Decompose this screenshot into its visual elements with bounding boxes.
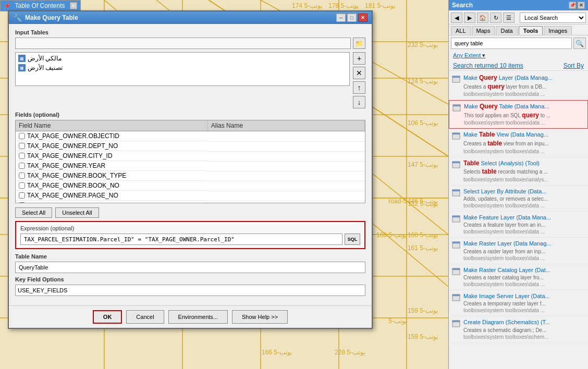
svg-rect-41 (453, 105, 460, 106)
svg-text:يوتب-5 174: يوتب-5 174 (292, 2, 322, 9)
result-icon (452, 75, 460, 83)
field-checkbox[interactable] (19, 202, 25, 203)
home-btn[interactable]: 🏠 (477, 13, 488, 23)
table-row[interactable]: TAX_PAGE_OWNER.BOOK_NO (16, 181, 365, 191)
search-status-link[interactable]: Search returned 10 items (453, 62, 523, 69)
maximize-btn[interactable]: □ (347, 14, 357, 22)
search-input[interactable] (451, 38, 572, 49)
fields-table-wrap[interactable]: Field Name Alias Name TAX_PAGE_OWNER.OBJ… (15, 120, 365, 203)
result-content: Make Image Server Layer (Data... Creates… (463, 292, 585, 314)
svg-rect-49 (452, 162, 460, 163)
svg-text:يوتب-5 181: يوتب-5 181 (365, 2, 395, 9)
search-scope-select[interactable]: Local Search (520, 13, 586, 23)
toc-close-btn[interactable]: ✕ (70, 2, 77, 9)
result-item[interactable]: Table Select (Analysis) (Tool) Selects t… (449, 157, 588, 186)
remove-btn[interactable]: ✕ (353, 67, 365, 79)
result-item[interactable]: Make Query Layer (Data Manag... Creates … (449, 72, 588, 100)
search-go-btn[interactable]: 🔍 (573, 38, 586, 49)
result-icon (452, 319, 460, 328)
result-content: Make Feature Layer (Data Mana... Creates… (463, 214, 585, 235)
svg-text:يوتب-5: يوتب-5 (388, 317, 407, 325)
search-results[interactable]: Make Query Layer (Data Manag... Creates … (449, 71, 588, 369)
tab-images[interactable]: Images (544, 26, 572, 35)
search-panel-title: Search (452, 2, 473, 9)
svg-text:يوتب-5 166: يوتب-5 166 (262, 349, 292, 356)
table-row[interactable]: TAX_PAGE_OWNER.OBJECTID (16, 131, 365, 142)
back-btn[interactable]: ◀ (451, 13, 462, 23)
options-btn[interactable]: ☰ (503, 13, 514, 23)
toc-pin-icon[interactable]: 📌 (4, 3, 10, 9)
result-item[interactable]: Select Layer By Attribute (Data... Adds,… (449, 186, 588, 212)
result-desc: This tool applies an SQL query to ... (464, 112, 584, 120)
refresh-btn[interactable]: ↻ (490, 13, 501, 23)
search-status: Search returned 10 items Sort By (449, 61, 588, 71)
close-icon[interactable]: ✕ (578, 2, 585, 9)
input-tables-row: 📁 (15, 38, 365, 49)
field-checkbox[interactable] (19, 173, 25, 179)
table-row[interactable]: TAX_PAGE_OWNER.YEAR (16, 161, 365, 171)
tab-data[interactable]: Data (496, 26, 517, 35)
result-path: toolboxes\system toolboxes\data ... (463, 203, 585, 209)
result-title: Table Select (Analysis) (Tool) (463, 159, 585, 168)
list-item[interactable]: ▦ تصنيف الأرض (17, 63, 348, 72)
input-tables-combo[interactable] (15, 38, 351, 49)
select-all-btn[interactable]: Select All (15, 207, 52, 218)
table-row[interactable]: TAX_PAGE_OWNER.DEPT_NO (16, 141, 365, 151)
sql-btn[interactable]: SQL (345, 233, 360, 245)
table-row[interactable]: TAX_PAGE_OWNER.OWNER_ID (16, 201, 365, 203)
expression-row: SQL (20, 233, 360, 245)
minimize-btn[interactable]: ─ (336, 14, 346, 22)
result-desc: Adds, updates, or removes a selec... (463, 195, 585, 202)
dialog-footer: OK Cancel Environments... Show Help >> (9, 305, 372, 328)
cancel-btn[interactable]: Cancel (126, 310, 164, 324)
field-name-text: TAX_PAGE_OWNER.DEPT_NO (27, 142, 118, 150)
result-item[interactable]: Create Diagram (Schematics) (T... Create… (449, 316, 588, 342)
result-item[interactable]: Make Table View (Data Manag... Creates a… (449, 129, 588, 157)
table-row[interactable]: TAX_PAGE_OWNER.CITY_ID (16, 151, 365, 161)
tablename-input[interactable] (15, 262, 365, 273)
list-item[interactable]: ▦ مالكي الأرض (17, 54, 348, 63)
field-checkbox[interactable] (19, 133, 25, 139)
tab-tools[interactable]: Tools (519, 26, 543, 35)
table-row[interactable]: TAX_PAGE_OWNER.BOOK_TYPE (16, 171, 365, 181)
result-desc: Creates a raster catalog layer fro... (463, 274, 585, 281)
expression-input[interactable] (20, 233, 342, 245)
environments-btn[interactable]: Environments... (168, 310, 228, 324)
table-row[interactable]: TAX_PAGE_OWNER.PAGE_NO (16, 191, 365, 201)
browse-btn[interactable]: 📁 (353, 38, 365, 49)
keyfield-combo[interactable] (15, 285, 365, 296)
svg-rect-53 (452, 190, 460, 191)
close-btn[interactable]: ✕ (358, 14, 368, 22)
search-extent[interactable]: Any Extent (449, 51, 588, 61)
unselect-all-btn[interactable]: Unselect All (55, 207, 99, 218)
result-item[interactable]: Make Raster Catalog Layer (Dat... Create… (449, 264, 588, 290)
result-content: Make Query Layer (Data Manag... Creates … (463, 74, 585, 97)
move-top-btn[interactable]: ↑ (353, 81, 365, 94)
field-checkbox[interactable] (19, 143, 25, 149)
field-checkbox[interactable] (19, 153, 25, 159)
tab-all[interactable]: ALL (451, 26, 471, 35)
svg-rect-45 (452, 133, 460, 134)
tab-maps[interactable]: Maps (472, 26, 495, 35)
result-path: toolboxes\system toolboxes\data ... (463, 255, 585, 262)
field-checkbox[interactable] (19, 163, 25, 169)
show-help-btn[interactable]: Show Help >> (232, 310, 288, 324)
result-item[interactable]: Make Raster Layer (Data Manag... Creates… (449, 238, 588, 264)
move-down-btn[interactable]: ↓ (353, 96, 365, 108)
result-title: Select Layer By Attribute (Data... (463, 188, 585, 195)
dialog-title: Make Query Table (25, 14, 78, 21)
result-item[interactable]: Make Image Server Layer (Data... Creates… (449, 290, 588, 316)
dialog-tool-icon: 🔧 (13, 14, 22, 22)
field-checkbox[interactable] (19, 182, 25, 189)
svg-text:يوتب-5 228: يوتب-5 228 (335, 349, 365, 356)
result-item[interactable]: Make Query Table (Data Mana... This tool… (449, 100, 588, 129)
ok-btn[interactable]: OK (93, 310, 123, 324)
pin-icon[interactable]: 📌 (569, 2, 576, 9)
result-item[interactable]: Make Feature Layer (Data Mana... Creates… (449, 212, 588, 238)
sort-by-link[interactable]: Sort By (564, 62, 584, 69)
result-icon (452, 293, 460, 302)
svg-rect-57 (452, 216, 460, 217)
field-checkbox[interactable] (19, 192, 25, 199)
move-up-btn[interactable]: + (353, 52, 365, 65)
forward-btn[interactable]: ▶ (464, 13, 475, 23)
